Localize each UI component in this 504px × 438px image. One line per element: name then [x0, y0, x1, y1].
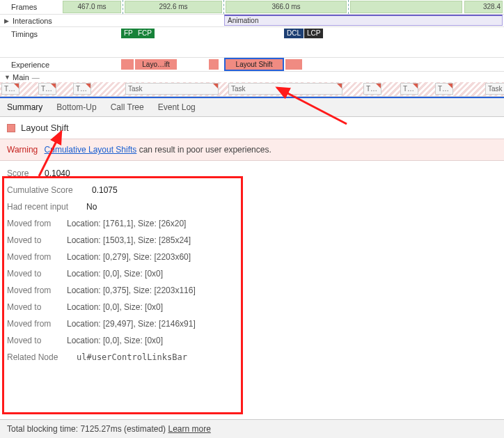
- layout-shift-block[interactable]: Layo…ift: [135, 59, 177, 70]
- dcl-badge[interactable]: DCL: [284, 29, 304, 38]
- detail-row: Moved toLocation: [0,0], Size: [0x0]: [7, 265, 497, 282]
- warning-label: Warning: [7, 145, 38, 155]
- frame-block[interactable]: 292.6 ms: [125, 1, 222, 13]
- footer-text: Total blocking time: 7125.27ms (estimate…: [7, 424, 168, 434]
- timings-track[interactable]: FP FCP DCL LCP: [63, 27, 504, 40]
- main-tasks-row: T… T… T… Task Task T… T… T… Task: [0, 82, 504, 96]
- detail-row: Score0.1040: [7, 165, 497, 182]
- interactions-row: ▶Interactions Animation: [0, 14, 504, 26]
- frame-divider: [348, 0, 349, 14]
- layout-shift-block[interactable]: [121, 59, 134, 70]
- task-block[interactable]: T…: [363, 83, 381, 95]
- tab-event-log[interactable]: Event Log: [158, 102, 196, 112]
- animation-block[interactable]: Animation: [224, 15, 503, 26]
- chevron-down-icon[interactable]: ▼: [4, 74, 10, 81]
- frame-block[interactable]: 328.4: [464, 1, 503, 13]
- detail-tabs: Summary Bottom-Up Call Tree Event Log: [0, 97, 504, 117]
- experience-label: Experience: [0, 61, 63, 69]
- spacer-row: [0, 40, 504, 57]
- frame-divider: [123, 0, 123, 14]
- learn-more-link[interactable]: Learn more: [168, 424, 210, 434]
- section-title: Layout Shift: [0, 117, 504, 139]
- detail-row: Moved toLocation: [0,0], Size: [0x0]: [7, 299, 497, 315]
- interactions-track[interactable]: Animation: [63, 15, 504, 26]
- main-row: ▼Main—: [0, 71, 504, 82]
- chevron-right-icon[interactable]: ▶: [4, 17, 10, 24]
- fcp-badge[interactable]: FCP: [135, 29, 155, 38]
- section-title-text: Layout Shift: [21, 123, 69, 133]
- detail-row: Moved fromLocation: [0,375], Size: [2203…: [7, 282, 497, 299]
- frames-row: Frames 467.0 ms 292.6 ms 366.0 ms 328.4: [0, 0, 504, 14]
- detail-row: Related Nodeul#userControlLinksBar: [7, 349, 497, 366]
- layout-shift-selected[interactable]: Layout Shift: [226, 59, 283, 70]
- detail-row: Had recent inputNo: [7, 198, 497, 215]
- task-block[interactable]: T…: [38, 83, 56, 95]
- frame-block[interactable]: 467.0 ms: [63, 1, 121, 13]
- timings-row: Timings FP FCP DCL LCP: [0, 26, 504, 40]
- interactions-label: ▶Interactions: [0, 17, 63, 25]
- layout-shift-block[interactable]: [209, 59, 219, 70]
- task-block[interactable]: T…: [73, 83, 91, 95]
- details-list: Score0.1040 Cumulative Score0.1075 Had r…: [0, 161, 504, 373]
- frame-block[interactable]: [350, 1, 462, 13]
- task-block[interactable]: T…: [1, 83, 19, 95]
- timeline-panel: Frames 467.0 ms 292.6 ms 366.0 ms 328.4 …: [0, 0, 504, 97]
- main-track[interactable]: T… T… T… Task Task T… T… T… Task: [0, 82, 504, 96]
- warning-link[interactable]: Cumulative Layout Shifts: [45, 145, 137, 155]
- frames-label: Frames: [0, 3, 63, 11]
- frames-track[interactable]: 467.0 ms 292.6 ms 366.0 ms 328.4: [63, 0, 504, 14]
- detail-row: Moved toLocation: [1503,1], Size: [285x2…: [7, 232, 497, 249]
- main-label: ▼Main—: [0, 73, 40, 81]
- detail-row: Moved fromLocation: [1761,1], Size: [26x…: [7, 215, 497, 232]
- tab-call-tree[interactable]: Call Tree: [111, 102, 144, 112]
- frame-block[interactable]: 366.0 ms: [226, 1, 347, 13]
- timings-label: Timings: [0, 30, 63, 38]
- warning-bar: Warning Cumulative Layout Shifts can res…: [0, 139, 504, 161]
- layout-shift-block[interactable]: [285, 59, 302, 70]
- task-block[interactable]: T…: [435, 83, 453, 95]
- task-block[interactable]: Task: [485, 83, 504, 95]
- detail-row: Moved fromLocation: [0,279], Size: [2203…: [7, 249, 497, 265]
- detail-row: Moved toLocation: [0,0], Size: [0x0]: [7, 332, 497, 349]
- warning-rest: can result in poor user experiences.: [136, 145, 271, 155]
- footer-bar: Total blocking time: 7125.27ms (estimate…: [0, 419, 504, 438]
- experience-row: Experience Layo…ift Layout Shift: [0, 57, 504, 71]
- detail-row: Cumulative Score0.1075: [7, 182, 497, 198]
- task-block[interactable]: T…: [400, 83, 418, 95]
- lcp-badge[interactable]: LCP: [304, 29, 323, 38]
- tab-bottom-up[interactable]: Bottom-Up: [56, 102, 96, 112]
- task-block[interactable]: Task: [125, 83, 219, 95]
- tab-summary[interactable]: Summary: [7, 102, 42, 112]
- task-block[interactable]: Task: [228, 83, 342, 95]
- detail-row: Moved fromLocation: [29,497], Size: [214…: [7, 315, 497, 332]
- fp-badge[interactable]: FP: [121, 29, 136, 38]
- experience-track[interactable]: Layo…ift Layout Shift: [63, 58, 504, 71]
- layout-shift-color-icon: [7, 124, 15, 132]
- frame-divider: [223, 0, 224, 14]
